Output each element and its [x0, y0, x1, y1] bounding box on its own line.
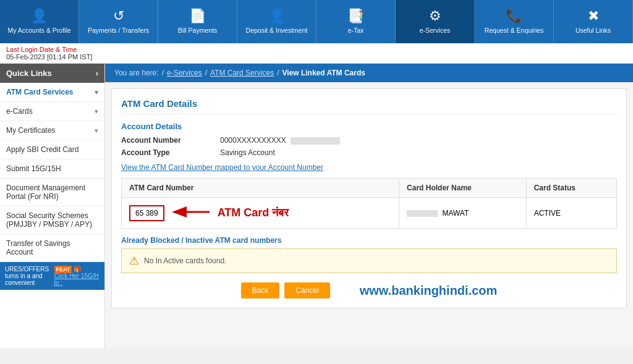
- login-bar: Last Login Date & Time 05-Feb-2023 [01:1…: [0, 43, 633, 64]
- nav-payments[interactable]: ↺ Payments / Transfers: [79, 0, 158, 43]
- sidebar-offers: URES/OFFERS turns in a and convenient FE…: [0, 262, 104, 290]
- offer-text2[interactable]: Click Her 15G/H to :: [54, 273, 100, 286]
- alert-box: ⚠ No In Active cards found.: [121, 248, 617, 273]
- card-number-cell: 65 389: [122, 198, 399, 229]
- account-number-value: 0000XXXXXXXXXX: [220, 136, 340, 145]
- card-holder-name: MAWAT: [442, 209, 469, 218]
- content-panel: ATM Card Details Account Details Account…: [111, 88, 627, 308]
- atm-table-wrapper: ATM Card Number Card Holder Name Card St…: [121, 178, 617, 229]
- sidebar-header: Quick Links ›: [0, 64, 104, 83]
- sidebar-item-atm-card-services[interactable]: ATM Card Services ▾: [0, 83, 104, 102]
- table-row: 65 389: [122, 198, 617, 229]
- deposit-icon: 👤: [268, 8, 285, 24]
- account-details-section-title: Account Details: [121, 122, 617, 131]
- account-type-value: Savings Account: [220, 148, 275, 157]
- sidebar-item-15g[interactable]: Submit 15G/15H: [0, 159, 104, 179]
- bill-payments-icon: 📄: [189, 8, 206, 24]
- offers-label: URES/OFFERS: [5, 266, 51, 273]
- sidebar-item-certificates[interactable]: My Certificates ▾: [0, 121, 104, 140]
- website-url: www.bankinghindi.com: [360, 284, 498, 298]
- breadcrumb-sep2: /: [205, 69, 207, 77]
- breadcrumb-sep1: /: [162, 69, 164, 77]
- sidebar-sbi-credit-label: Apply SBI Credit Card: [6, 145, 79, 154]
- sidebar-atm-label: ATM Card Services: [6, 88, 74, 96]
- sidebar: Quick Links › ATM Card Services ▾ e-Card…: [0, 64, 105, 348]
- col-card-holder: Card Holder Name: [399, 179, 527, 198]
- login-datetime: 05-Feb-2023 [01:14 PM IST]: [6, 53, 627, 61]
- sidebar-social-label: Social Security Schemes (PMJJBY / PMSBY …: [6, 211, 98, 229]
- sidebar-atm-arrow: ▾: [95, 88, 98, 96]
- login-label: Last Login Date & Time: [6, 46, 627, 53]
- sidebar-cert-label: My Certificates: [6, 126, 55, 135]
- breadcrumb-you-are-here: You are here:: [114, 69, 159, 77]
- sidebar-header-arrow: ›: [96, 69, 98, 78]
- nav-eservices[interactable]: ⚙ e-Services: [396, 0, 475, 43]
- blocked-section-title: Already Blocked / Inactive ATM card numb…: [121, 236, 617, 245]
- account-type-row: Account Type Savings Account: [121, 148, 617, 157]
- nav-bill-payments[interactable]: 📄 Bill Payments: [158, 0, 237, 43]
- alert-text: No In Active cards found.: [144, 256, 226, 265]
- request-icon: 📞: [506, 8, 522, 24]
- sidebar-15g-label: Submit 15G/15H: [6, 164, 61, 173]
- account-number-blur: [291, 137, 340, 145]
- card-number-box: 65 389: [129, 205, 164, 221]
- top-navigation: 👤 My Accounts & Profile ↺ Payments / Tra…: [0, 0, 633, 43]
- breadcrumb: You are here: / e-Services / ATM Card Se…: [105, 64, 633, 82]
- sidebar-item-transfer-savings[interactable]: Transfer of Savings Account: [0, 234, 104, 262]
- cancel-button[interactable]: Cancel: [284, 282, 329, 298]
- breadcrumb-link-atm[interactable]: ATM Card Services: [210, 69, 274, 77]
- my-accounts-icon: 👤: [31, 8, 48, 24]
- sidebar-transfer-label: Transfer of Savings Account: [6, 239, 98, 256]
- nav-request[interactable]: 📞 Request & Enquiries: [475, 0, 554, 43]
- bottom-buttons: Back Cancel www.bankinghindi.com: [121, 282, 617, 298]
- nav-useful-links[interactable]: ✖ Useful Links: [554, 0, 633, 43]
- sidebar-item-social-security[interactable]: Social Security Schemes (PMJJBY / PMSBY …: [0, 206, 104, 234]
- nav-my-accounts-label: My Accounts & Profile: [7, 27, 70, 35]
- offer-col-2: FEAT 🎁 Click Her 15G/H to :: [54, 266, 100, 286]
- breadcrumb-sep3: /: [277, 69, 279, 77]
- payments-icon: ↺: [113, 8, 124, 24]
- warning-icon: ⚠: [129, 254, 139, 268]
- nav-bar: 👤 My Accounts & Profile ↺ Payments / Tra…: [0, 0, 633, 43]
- col-card-status: Card Status: [526, 179, 616, 198]
- sidebar-item-ecards[interactable]: e-Cards ▾: [0, 102, 104, 121]
- sidebar-cert-arrow: ▾: [95, 127, 98, 135]
- account-type-label: Account Type: [121, 148, 220, 157]
- nav-my-accounts[interactable]: 👤 My Accounts & Profile: [0, 0, 79, 43]
- nav-bill-payments-label: Bill Payments: [178, 27, 218, 35]
- nav-etax[interactable]: 📑 e-Tax: [316, 0, 396, 43]
- main-layout: Quick Links › ATM Card Services ▾ e-Card…: [0, 64, 633, 348]
- red-arrow-annotation: [169, 203, 213, 223]
- card-holder-cell: MAWAT: [399, 198, 527, 229]
- offers-row: URES/OFFERS turns in a and convenient FE…: [5, 266, 100, 286]
- card-status-cell: ACTIVE: [526, 198, 616, 229]
- sidebar-doc-label: Document Management Portal (For NRI): [6, 184, 98, 201]
- offer-text1: turns in a and convenient: [5, 273, 51, 286]
- account-number-row: Account Number 0000XXXXXXXXXX: [121, 136, 617, 145]
- offer-col-1: URES/OFFERS turns in a and convenient: [5, 266, 51, 286]
- card-holder-blur: [407, 210, 438, 217]
- panel-title: ATM Card Details: [121, 98, 617, 114]
- sidebar-item-sbi-credit[interactable]: Apply SBI Credit Card: [0, 140, 104, 159]
- main-content: You are here: / e-Services / ATM Card Se…: [105, 64, 633, 348]
- nav-request-label: Request & Enquiries: [485, 27, 544, 35]
- eservices-icon: ⚙: [429, 8, 441, 24]
- sidebar-title: Quick Links: [6, 69, 52, 78]
- account-number-label: Account Number: [121, 136, 220, 145]
- back-button[interactable]: Back: [241, 282, 280, 298]
- nav-useful-links-label: Useful Links: [576, 27, 611, 35]
- view-atm-link[interactable]: View the ATM Card Number mapped to your …: [121, 163, 617, 172]
- nav-payments-label: Payments / Transfers: [88, 27, 149, 35]
- etax-icon: 📑: [347, 8, 364, 24]
- nav-etax-label: e-Tax: [348, 27, 364, 35]
- nav-deposit[interactable]: 👤 Deposit & Investment: [237, 0, 316, 43]
- sidebar-ecards-label: e-Cards: [6, 107, 33, 116]
- atm-hindi-label: ATM Card नंबर: [218, 206, 289, 219]
- red-arrow-svg: [169, 203, 213, 221]
- useful-links-icon: ✖: [588, 8, 599, 24]
- breadcrumb-link-eservices[interactable]: e-Services: [167, 69, 202, 77]
- col-atm-number: ATM Card Number: [122, 179, 399, 198]
- sidebar-ecards-arrow: ▾: [95, 108, 98, 116]
- sidebar-item-document-mgmt[interactable]: Document Management Portal (For NRI): [0, 179, 104, 206]
- breadcrumb-current: View Linked ATM Cards: [282, 69, 365, 77]
